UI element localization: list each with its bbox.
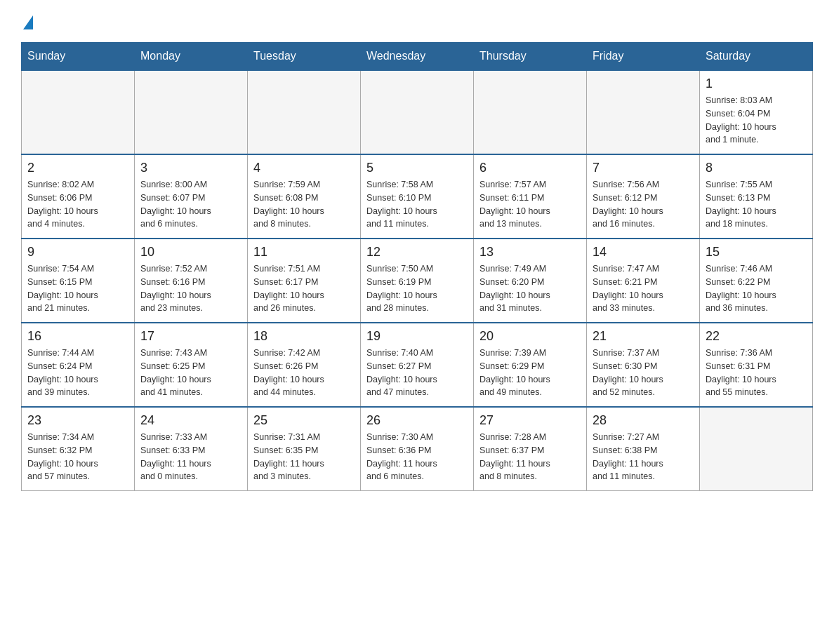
day-info: Sunrise: 8:00 AM Sunset: 6:07 PM Dayligh…: [140, 178, 241, 231]
day-number: 11: [253, 245, 355, 260]
day-number: 26: [366, 413, 468, 428]
calendar-cell: [700, 407, 813, 491]
calendar-cell: 16Sunrise: 7:44 AM Sunset: 6:24 PM Dayli…: [22, 323, 135, 407]
calendar-cell: 7Sunrise: 7:56 AM Sunset: 6:12 PM Daylig…: [587, 154, 700, 239]
day-info: Sunrise: 7:43 AM Sunset: 6:25 PM Dayligh…: [140, 347, 241, 399]
week-row-2: 9Sunrise: 7:54 AM Sunset: 6:15 PM Daylig…: [22, 239, 813, 323]
day-info: Sunrise: 8:02 AM Sunset: 6:06 PM Dayligh…: [27, 178, 128, 231]
calendar-cell: 3Sunrise: 8:00 AM Sunset: 6:07 PM Daylig…: [135, 154, 248, 239]
calendar-table: SundayMondayTuesdayWednesdayThursdayFrid…: [21, 42, 813, 491]
calendar-cell: 17Sunrise: 7:43 AM Sunset: 6:25 PM Dayli…: [135, 323, 248, 407]
day-info: Sunrise: 8:03 AM Sunset: 6:04 PM Dayligh…: [706, 94, 807, 147]
calendar-cell: 25Sunrise: 7:31 AM Sunset: 6:35 PM Dayli…: [248, 407, 361, 491]
day-number: 27: [479, 413, 581, 428]
day-number: 24: [140, 413, 241, 428]
calendar-cell: [474, 70, 587, 154]
calendar-cell: 24Sunrise: 7:33 AM Sunset: 6:33 PM Dayli…: [135, 407, 248, 491]
calendar-cell: 9Sunrise: 7:54 AM Sunset: 6:15 PM Daylig…: [22, 239, 135, 323]
day-number: 18: [253, 329, 355, 344]
day-number: 20: [479, 329, 581, 344]
calendar-cell: 14Sunrise: 7:47 AM Sunset: 6:21 PM Dayli…: [587, 239, 700, 323]
calendar-header-wednesday: Wednesday: [361, 43, 474, 71]
calendar-cell: [135, 70, 248, 154]
day-number: 10: [140, 245, 241, 260]
day-info: Sunrise: 7:47 AM Sunset: 6:21 PM Dayligh…: [593, 262, 694, 315]
calendar-cell: 15Sunrise: 7:46 AM Sunset: 6:22 PM Dayli…: [700, 239, 813, 323]
calendar-cell: 10Sunrise: 7:52 AM Sunset: 6:16 PM Dayli…: [135, 239, 248, 323]
week-row-3: 16Sunrise: 7:44 AM Sunset: 6:24 PM Dayli…: [22, 323, 813, 407]
calendar-cell: 1Sunrise: 8:03 AM Sunset: 6:04 PM Daylig…: [700, 70, 813, 154]
calendar-header-row: SundayMondayTuesdayWednesdayThursdayFrid…: [22, 43, 813, 71]
day-info: Sunrise: 7:44 AM Sunset: 6:24 PM Dayligh…: [27, 347, 128, 399]
day-number: 23: [27, 413, 128, 428]
calendar-header-thursday: Thursday: [474, 43, 587, 71]
day-info: Sunrise: 7:30 AM Sunset: 6:36 PM Dayligh…: [366, 431, 468, 483]
day-info: Sunrise: 7:58 AM Sunset: 6:10 PM Dayligh…: [366, 178, 468, 231]
day-info: Sunrise: 7:55 AM Sunset: 6:13 PM Dayligh…: [706, 178, 807, 231]
day-number: 17: [140, 329, 241, 344]
calendar-cell: [587, 70, 700, 154]
day-info: Sunrise: 7:34 AM Sunset: 6:32 PM Dayligh…: [27, 431, 128, 483]
calendar-cell: 4Sunrise: 7:59 AM Sunset: 6:08 PM Daylig…: [248, 154, 361, 239]
day-number: 13: [479, 245, 581, 260]
calendar-cell: 13Sunrise: 7:49 AM Sunset: 6:20 PM Dayli…: [474, 239, 587, 323]
day-info: Sunrise: 7:51 AM Sunset: 6:17 PM Dayligh…: [253, 262, 355, 315]
logo-triangle-icon: [23, 15, 33, 29]
week-row-1: 2Sunrise: 8:02 AM Sunset: 6:06 PM Daylig…: [22, 154, 813, 239]
page-header: [21, 14, 813, 28]
day-info: Sunrise: 7:28 AM Sunset: 6:37 PM Dayligh…: [479, 431, 581, 483]
day-number: 8: [706, 161, 807, 175]
calendar-header-monday: Monday: [135, 43, 248, 71]
day-number: 28: [593, 413, 694, 428]
day-number: 9: [27, 245, 128, 260]
calendar-cell: 23Sunrise: 7:34 AM Sunset: 6:32 PM Dayli…: [22, 407, 135, 491]
day-info: Sunrise: 7:27 AM Sunset: 6:38 PM Dayligh…: [593, 431, 694, 483]
calendar-cell: 19Sunrise: 7:40 AM Sunset: 6:27 PM Dayli…: [361, 323, 474, 407]
calendar-cell: 21Sunrise: 7:37 AM Sunset: 6:30 PM Dayli…: [587, 323, 700, 407]
calendar-header-sunday: Sunday: [22, 43, 135, 71]
calendar-cell: [361, 70, 474, 154]
day-info: Sunrise: 7:49 AM Sunset: 6:20 PM Dayligh…: [479, 262, 581, 315]
day-number: 3: [140, 161, 241, 175]
day-number: 22: [706, 329, 807, 344]
logo: [21, 14, 33, 28]
day-info: Sunrise: 7:31 AM Sunset: 6:35 PM Dayligh…: [253, 431, 355, 483]
day-info: Sunrise: 7:50 AM Sunset: 6:19 PM Dayligh…: [366, 262, 468, 315]
calendar-cell: 6Sunrise: 7:57 AM Sunset: 6:11 PM Daylig…: [474, 154, 587, 239]
calendar-cell: 11Sunrise: 7:51 AM Sunset: 6:17 PM Dayli…: [248, 239, 361, 323]
day-info: Sunrise: 7:57 AM Sunset: 6:11 PM Dayligh…: [479, 178, 581, 231]
day-number: 1: [706, 76, 807, 91]
day-info: Sunrise: 7:46 AM Sunset: 6:22 PM Dayligh…: [706, 262, 807, 315]
calendar-header-saturday: Saturday: [700, 43, 813, 71]
day-info: Sunrise: 7:36 AM Sunset: 6:31 PM Dayligh…: [706, 347, 807, 399]
day-number: 19: [366, 329, 468, 344]
calendar-cell: 18Sunrise: 7:42 AM Sunset: 6:26 PM Dayli…: [248, 323, 361, 407]
calendar-cell: [22, 70, 135, 154]
calendar-cell: 20Sunrise: 7:39 AM Sunset: 6:29 PM Dayli…: [474, 323, 587, 407]
calendar-header-friday: Friday: [587, 43, 700, 71]
day-number: 12: [366, 245, 468, 260]
day-number: 2: [27, 161, 128, 175]
calendar-cell: 12Sunrise: 7:50 AM Sunset: 6:19 PM Dayli…: [361, 239, 474, 323]
week-row-4: 23Sunrise: 7:34 AM Sunset: 6:32 PM Dayli…: [22, 407, 813, 491]
day-number: 25: [253, 413, 355, 428]
day-number: 6: [479, 161, 581, 175]
calendar-cell: 27Sunrise: 7:28 AM Sunset: 6:37 PM Dayli…: [474, 407, 587, 491]
week-row-0: 1Sunrise: 8:03 AM Sunset: 6:04 PM Daylig…: [22, 70, 813, 154]
day-info: Sunrise: 7:54 AM Sunset: 6:15 PM Dayligh…: [27, 262, 128, 315]
day-number: 5: [366, 161, 468, 175]
calendar-cell: 28Sunrise: 7:27 AM Sunset: 6:38 PM Dayli…: [587, 407, 700, 491]
calendar-cell: 22Sunrise: 7:36 AM Sunset: 6:31 PM Dayli…: [700, 323, 813, 407]
day-number: 7: [593, 161, 694, 175]
day-info: Sunrise: 7:39 AM Sunset: 6:29 PM Dayligh…: [479, 347, 581, 399]
day-info: Sunrise: 7:56 AM Sunset: 6:12 PM Dayligh…: [593, 178, 694, 231]
calendar-cell: 2Sunrise: 8:02 AM Sunset: 6:06 PM Daylig…: [22, 154, 135, 239]
day-number: 16: [27, 329, 128, 344]
calendar-header-tuesday: Tuesday: [248, 43, 361, 71]
day-info: Sunrise: 7:33 AM Sunset: 6:33 PM Dayligh…: [140, 431, 241, 483]
day-info: Sunrise: 7:37 AM Sunset: 6:30 PM Dayligh…: [593, 347, 694, 399]
day-info: Sunrise: 7:40 AM Sunset: 6:27 PM Dayligh…: [366, 347, 468, 399]
day-number: 21: [593, 329, 694, 344]
day-info: Sunrise: 7:52 AM Sunset: 6:16 PM Dayligh…: [140, 262, 241, 315]
day-info: Sunrise: 7:59 AM Sunset: 6:08 PM Dayligh…: [253, 178, 355, 231]
